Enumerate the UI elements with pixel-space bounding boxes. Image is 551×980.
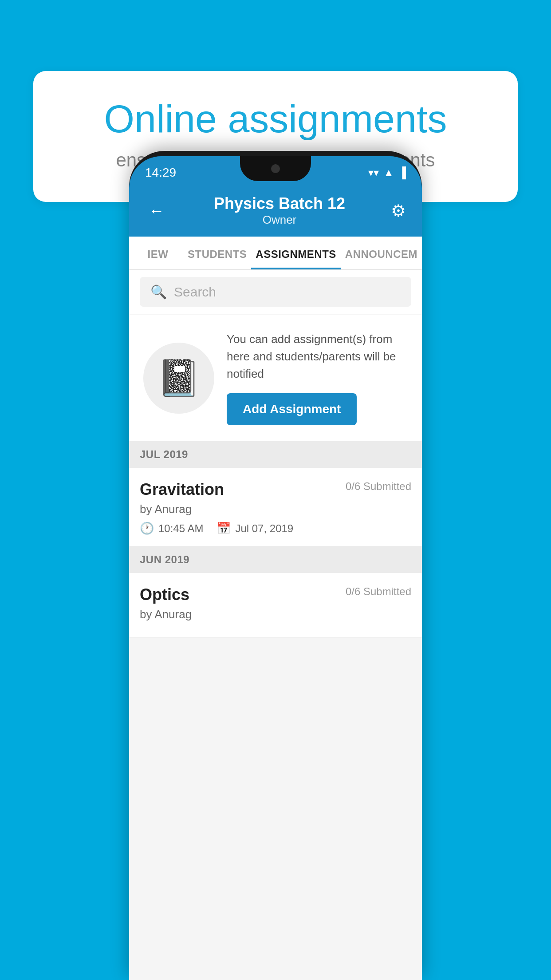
status-time: 14:29 xyxy=(145,166,176,180)
assignment-submitted: 0/6 Submitted xyxy=(346,480,411,493)
assignment-top-row: Gravitation 0/6 Submitted xyxy=(140,480,411,499)
search-icon: 🔍 xyxy=(150,284,167,300)
assignment-gravitation[interactable]: Gravitation 0/6 Submitted by Anurag 🕐 10… xyxy=(129,468,422,546)
app-header: ← Physics Batch 12 Owner ⚙ xyxy=(129,186,422,237)
calendar-icon: 📅 xyxy=(216,522,231,535)
tabs-bar: IEW STUDENTS ASSIGNMENTS ANNOUNCEM xyxy=(129,237,422,270)
clock-icon: 🕐 xyxy=(140,522,154,535)
assignment-optics-submitted: 0/6 Submitted xyxy=(346,585,411,598)
phone-inner: 14:29 ▾▾ ▲ ▐ ← Physics Batch 12 Owner ⚙ … xyxy=(129,156,422,980)
promo-description: You can add assignment(s) from here and … xyxy=(227,331,408,383)
search-bar[interactable]: 🔍 Search xyxy=(140,277,411,307)
bubble-title: Online assignments xyxy=(64,98,487,141)
back-button[interactable]: ← xyxy=(145,198,168,224)
gear-icon[interactable]: ⚙ xyxy=(391,201,406,221)
assignment-time: 🕐 10:45 AM xyxy=(140,522,203,535)
assignment-optics-top-row: Optics 0/6 Submitted xyxy=(140,585,411,604)
status-icons: ▾▾ ▲ ▐ xyxy=(368,166,406,179)
header-center: Physics Batch 12 Owner xyxy=(168,194,391,227)
add-assignment-button[interactable]: Add Assignment xyxy=(227,393,357,425)
battery-icon: ▐ xyxy=(398,166,406,179)
add-assignment-promo: 📓 You can add assignment(s) from here an… xyxy=(129,315,422,441)
tab-assignments[interactable]: ASSIGNMENTS xyxy=(251,237,341,269)
wifi-icon: ▾▾ xyxy=(368,166,379,179)
section-jul2019: JUL 2019 xyxy=(129,441,422,468)
header-subtitle: Owner xyxy=(168,213,391,227)
tab-students[interactable]: STUDENTS xyxy=(183,237,251,269)
assignment-name: Gravitation xyxy=(140,480,224,499)
section-jun2019: JUN 2019 xyxy=(129,546,422,573)
notch xyxy=(240,156,311,181)
search-container: 🔍 Search xyxy=(129,270,422,314)
tab-overview[interactable]: IEW xyxy=(129,237,183,269)
header-title: Physics Batch 12 xyxy=(168,194,391,213)
phone-frame: 14:29 ▾▾ ▲ ▐ ← Physics Batch 12 Owner ⚙ … xyxy=(129,151,422,980)
assignment-date-value: Jul 07, 2019 xyxy=(235,522,293,535)
notebook-icon: 📓 xyxy=(157,357,201,399)
assignment-by: by Anurag xyxy=(140,502,411,516)
front-camera xyxy=(271,164,280,173)
screen-content: 🔍 Search 📓 You can add assignment(s) fro… xyxy=(129,270,422,980)
assignment-time-value: 10:45 AM xyxy=(158,522,203,535)
assignment-optics-by: by Anurag xyxy=(140,608,411,621)
assignment-optics-name: Optics xyxy=(140,585,189,604)
assignment-meta: 🕐 10:45 AM 📅 Jul 07, 2019 xyxy=(140,522,411,535)
promo-icon-circle: 📓 xyxy=(143,343,214,414)
assignment-optics[interactable]: Optics 0/6 Submitted by Anurag xyxy=(129,573,422,638)
tab-announcements[interactable]: ANNOUNCEM xyxy=(341,237,422,269)
search-placeholder: Search xyxy=(174,285,216,300)
signal-icon: ▲ xyxy=(383,166,394,179)
assignment-date: 📅 Jul 07, 2019 xyxy=(216,522,293,535)
promo-text-area: You can add assignment(s) from here and … xyxy=(227,331,408,425)
